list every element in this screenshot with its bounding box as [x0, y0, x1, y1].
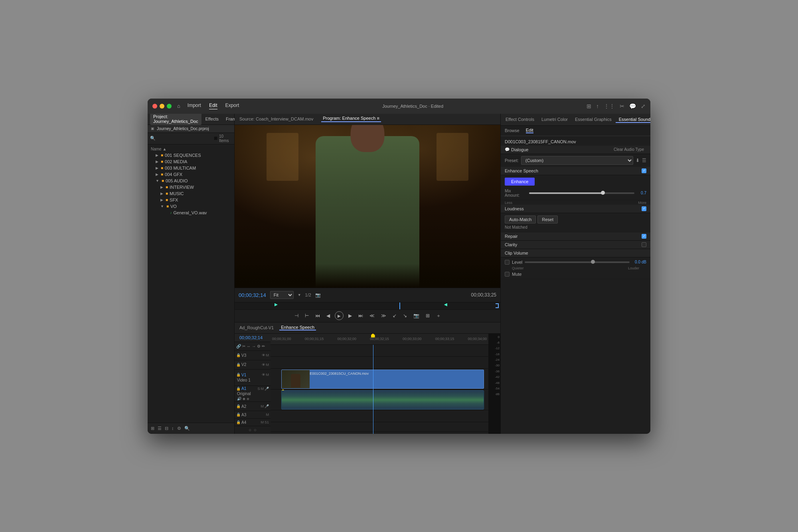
vol-icon-a1[interactable]: 🔊	[237, 397, 241, 401]
comment-icon[interactable]: 💬	[629, 103, 636, 109]
list-view-icon[interactable]: ☰	[158, 426, 162, 431]
list-item[interactable]: ▼ ■ VO	[148, 203, 234, 210]
razor-icon[interactable]: ⚙	[257, 344, 261, 348]
source-tab[interactable]: Source: Coach_Interview_DCAM.mov	[238, 117, 315, 121]
repair-check[interactable]: ✓	[642, 234, 646, 239]
home-icon[interactable]: ⌂	[177, 103, 180, 109]
list-item[interactable]: ▶ ■ INTERVIEW	[148, 184, 234, 190]
overwrite-btn[interactable]: ↘	[401, 312, 409, 319]
step-back-btn[interactable]: ⏮	[314, 312, 322, 319]
mic-icon-a2[interactable]: 🎤	[265, 404, 269, 408]
effects-tab[interactable]: Effects	[202, 115, 222, 123]
balance-a1[interactable]: ◈	[247, 397, 249, 401]
fit-select[interactable]: Fit 25% 50% 100%	[270, 291, 294, 299]
timeline-tab-roughcut[interactable]: Ad_RoughCut-V1	[238, 325, 275, 330]
search-input[interactable]	[157, 136, 212, 141]
auto-match-btn[interactable]: Auto-Match	[505, 216, 536, 223]
nav-export[interactable]: Export	[225, 103, 239, 109]
next-frame-btn[interactable]: ▶	[347, 312, 354, 319]
solo-icon-a1[interactable]: S	[257, 387, 260, 391]
lock-icon-a1[interactable]: 🔒	[236, 387, 241, 391]
lock-icon-a2[interactable]: 🔒	[236, 404, 241, 408]
shuttle-left[interactable]: ≪	[368, 312, 376, 319]
eye-icon-v2[interactable]: 👁	[262, 363, 265, 367]
nav-edit[interactable]: Edit	[209, 103, 217, 109]
expand-icon[interactable]: ⤢	[641, 103, 646, 109]
clarity-check[interactable]	[642, 242, 646, 247]
zoom-out-icon[interactable]: ○	[249, 427, 251, 432]
subtab-browse[interactable]: Browse	[505, 128, 519, 133]
list-item[interactable]: ▶ ■ 003 MULTICAM	[148, 165, 234, 171]
program-tab[interactable]: Program: Enhance Speech ≡	[321, 116, 381, 122]
list-item[interactable]: ▶ ■ 001 SEQUENCES	[148, 152, 234, 158]
lock-icon-a4[interactable]: 🔒	[236, 420, 241, 424]
new-bin-icon[interactable]: ⊞	[151, 426, 154, 431]
eye-icon-v1[interactable]: 👁	[262, 373, 265, 377]
mute-icon-a3[interactable]: M	[266, 413, 269, 417]
mic-icon-a1[interactable]: 🎤	[265, 387, 269, 391]
clip-icon[interactable]: ✂	[620, 103, 624, 109]
list-item[interactable]: ▶ ■ 002 MEDIA	[148, 158, 234, 165]
audio-clip-a1[interactable]	[281, 390, 484, 409]
list-item[interactable]: ▼ ■ 005 AUDIO	[148, 178, 234, 184]
solo-icon-a2[interactable]: M	[261, 404, 264, 408]
project-tab[interactable]: Project: Journey_Athletics_Doc	[150, 114, 201, 125]
mute-icon-a4[interactable]: M	[261, 420, 264, 424]
playback-timeline[interactable]	[235, 302, 500, 309]
ripple-icon[interactable]: ✂	[242, 344, 245, 348]
track-select-icon[interactable]: →	[252, 344, 256, 348]
out-marker[interactable]	[444, 303, 447, 307]
loudness-check[interactable]: ✓	[642, 206, 646, 211]
program-timecode[interactable]: 00;00;32;14	[239, 292, 266, 298]
mute-icon-v3[interactable]: M	[266, 353, 269, 357]
sort-icon[interactable]: ↕	[172, 426, 174, 431]
enhance-button[interactable]: Enhance	[505, 178, 535, 186]
mute-icon-a1[interactable]: M	[261, 387, 264, 391]
play-button[interactable]: ▶	[335, 311, 344, 320]
lock-icon-v1[interactable]: 🔒	[236, 373, 241, 377]
panels-icon[interactable]: ⊞	[587, 103, 591, 109]
mark-in-btn[interactable]: ⊣	[293, 312, 300, 319]
pan-a1[interactable]: ◆	[243, 397, 245, 401]
list-item[interactable]: ▶ ■ 004 GFX	[148, 171, 234, 178]
settings-icon[interactable]: ⚙	[177, 426, 181, 431]
list-item[interactable]: ▶ ■ MUSIC	[148, 190, 234, 197]
share-icon[interactable]: ↑	[596, 103, 599, 109]
safe-margins-btn[interactable]: ⊞	[424, 312, 431, 319]
level-slider[interactable]	[525, 261, 630, 263]
timeline-tab-enhance[interactable]: Enhance Speech	[279, 325, 316, 330]
subtab-edit[interactable]: Edit	[526, 128, 533, 133]
reset-btn[interactable]: Reset	[537, 216, 558, 223]
list-item[interactable]: ▶ ■ SFX	[148, 197, 234, 203]
mute-checkbox[interactable]	[505, 272, 510, 277]
maximize-button[interactable]	[167, 104, 172, 109]
step-forward-btn[interactable]: ⏭	[357, 312, 365, 319]
tab-essential-sound[interactable]: Essential Sound	[616, 116, 650, 123]
enhance-speech-check[interactable]: ✓	[642, 168, 646, 173]
lock-icon-v3[interactable]: 🔒	[236, 353, 241, 357]
mix-slider-thumb[interactable]	[601, 191, 605, 195]
prev-frame-btn[interactable]: ◀	[325, 312, 332, 319]
nav-import[interactable]: Import	[188, 103, 201, 109]
timeline-ruler[interactable]: 00;00;31;00 00;00;31;15 00;00;32;00 00;0…	[271, 334, 488, 345]
lock-icon-a3[interactable]: 🔒	[236, 413, 241, 417]
tab-lumetri-color[interactable]: Lumetri Color	[538, 116, 571, 123]
close-button[interactable]	[152, 104, 157, 109]
mix-slider[interactable]	[529, 192, 634, 194]
eye-icon-v3[interactable]: 👁	[262, 353, 265, 357]
mark-out-btn[interactable]: ⊢	[303, 312, 310, 319]
preset-select[interactable]: (Custom) Default	[521, 156, 633, 165]
snap-icon[interactable]: 🔗	[236, 344, 241, 348]
icon-view-btn[interactable]: ⊟	[165, 426, 168, 431]
minimize-button[interactable]	[160, 104, 164, 109]
video-clip[interactable]: E001C002_230815CU_CANON.mov	[281, 370, 484, 389]
search-icon-bottom[interactable]: 🔍	[184, 426, 190, 431]
lock-icon-v2[interactable]: 🔒	[236, 363, 241, 367]
mute-icon-v1[interactable]: M	[266, 373, 269, 377]
list-item[interactable]: ♪ General_VO.wav	[148, 210, 234, 216]
export-frame-btn[interactable]: 📷	[412, 312, 421, 319]
grid-icon[interactable]: ⋮⋮	[604, 103, 615, 109]
level-checkbox[interactable]	[505, 260, 510, 265]
zoom-in-icon[interactable]: ○	[254, 427, 257, 432]
tab-essential-graphics[interactable]: Essential Graphics	[572, 116, 615, 123]
